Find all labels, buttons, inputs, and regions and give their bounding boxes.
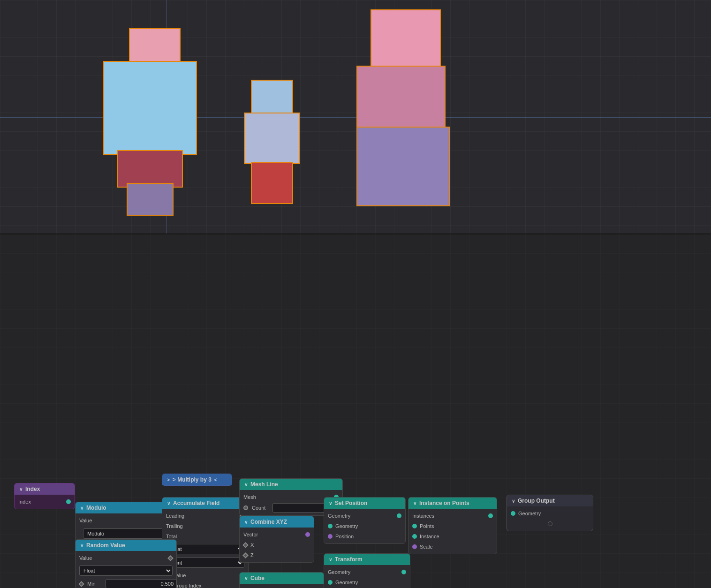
node-modulo-title: Modulo xyxy=(86,505,106,511)
accum-total-label: Total xyxy=(166,534,237,539)
node-instance-pts[interactable]: ∨ Instance on Points Instances Points In… xyxy=(408,497,497,554)
random-output-row: Value xyxy=(76,553,176,563)
random-output-socket[interactable] xyxy=(167,555,174,561)
node-cube-title: Cube xyxy=(250,575,265,581)
instpts-scale-label: Scale xyxy=(420,544,493,550)
transform-geom-out-socket[interactable] xyxy=(401,570,406,574)
transform-geom-in-label: Geometry xyxy=(335,580,406,585)
instpts-instances-label: Instances xyxy=(412,513,485,519)
random-output-label: Value xyxy=(79,555,166,561)
accum-type1-dropdown[interactable]: Float xyxy=(166,544,244,554)
node-meshline-title: Mesh Line xyxy=(250,481,278,488)
transform-geom-in-socket[interactable] xyxy=(328,580,333,585)
combine-x-input: X xyxy=(240,540,314,550)
node-transform-title: Transform xyxy=(335,556,363,563)
shape-left-mid xyxy=(117,150,183,188)
accum-trailing-label: Trailing xyxy=(166,523,237,529)
instpts-instances-output: Instances xyxy=(408,511,497,521)
combine-x-socket[interactable] xyxy=(242,542,249,548)
transform-geom-out-label: Geometry xyxy=(328,569,399,575)
instpts-scale-socket[interactable] xyxy=(412,544,417,549)
combine-x-label: X xyxy=(250,542,310,548)
shape-mid-top xyxy=(251,80,293,117)
combine-z-socket[interactable] xyxy=(242,552,249,558)
groupout-geom-socket[interactable] xyxy=(511,511,515,516)
instpts-points-label: Points xyxy=(420,523,493,529)
groupout-geom-input: Geometry xyxy=(507,508,593,519)
shape-mid-bottom xyxy=(251,162,293,204)
shape-left-top xyxy=(129,28,181,66)
shape-mid-main xyxy=(244,113,300,164)
node-index-title: Index xyxy=(25,486,40,492)
node-combinexyz-title: Combine XYZ xyxy=(250,519,287,525)
combine-vector-label: Vector xyxy=(243,532,303,537)
setpos-geom-input: Geometry xyxy=(324,521,405,531)
meshline-count-socket[interactable] xyxy=(243,505,248,510)
index-output-label: Index xyxy=(18,499,63,505)
setpos-geom-out-socket[interactable] xyxy=(397,513,401,518)
setpos-pos-socket[interactable] xyxy=(328,534,333,539)
node-instpts-title: Instance on Points xyxy=(419,500,469,506)
node-accum-title: Accumulate Field xyxy=(173,500,219,506)
node-transform[interactable]: ∨ Transform Geometry Geometry Translatio… xyxy=(324,553,410,588)
node-combinexyz[interactable]: ∨ Combine XYZ Vector X Z xyxy=(239,516,314,563)
instpts-instances-socket[interactable] xyxy=(488,513,493,518)
instpts-instance-socket[interactable] xyxy=(412,534,417,539)
node-index[interactable]: ∨ Index Index xyxy=(14,483,75,509)
node-group-output[interactable]: ∨ Group Output Geometry xyxy=(507,495,593,531)
node-cube-header: ∨ Cube xyxy=(240,573,324,584)
viewport[interactable] xyxy=(0,0,711,234)
cube-mesh-output: Mesh xyxy=(240,586,324,588)
random-min-field[interactable] xyxy=(106,579,177,588)
node-instpts-header: ∨ Instance on Points xyxy=(408,498,497,509)
node-combinexyz-header: ∨ Combine XYZ xyxy=(240,516,314,528)
node-setpos[interactable]: ∨ Set Position Geometry Geometry Positio… xyxy=(324,497,406,544)
random-min-row: Min xyxy=(76,578,176,588)
setpos-geom-out-label: Geometry xyxy=(328,513,394,519)
combine-vector-socket[interactable] xyxy=(305,532,310,537)
node-setpos-title: Set Position xyxy=(335,500,367,506)
setpos-geom-in-label: Geometry xyxy=(335,523,401,529)
node-groupout-title: Group Output xyxy=(518,498,555,504)
accum-leading-row: Leading xyxy=(162,511,248,521)
accum-type2-dropdown[interactable]: Point xyxy=(166,558,244,568)
modulo-input-label: Value xyxy=(79,518,166,523)
random-min-diamond[interactable] xyxy=(78,581,84,587)
shape-right-bottom xyxy=(356,127,450,206)
node-index-header: ∨ Index xyxy=(15,483,75,495)
node-cube[interactable]: ∨ Cube Mesh Size: X Y Z xyxy=(239,572,324,588)
setpos-pos-label: Position xyxy=(335,534,401,539)
shape-right-top xyxy=(371,9,441,70)
combine-vector-output: Vector xyxy=(240,529,314,540)
node-multiply[interactable]: > > Multiply by 3 < xyxy=(162,474,232,486)
instpts-scale-input: Scale xyxy=(408,542,497,552)
transform-geom-input: Geometry xyxy=(324,577,410,588)
instpts-points-socket[interactable] xyxy=(412,524,417,528)
node-random-header: ∨ Random Value xyxy=(76,540,176,551)
node-random[interactable]: ∨ Random Value Value Float Min Max xyxy=(75,539,177,588)
node-multiply-title: > Multiply by 3 xyxy=(173,476,212,483)
node-editor[interactable]: ∨ Index Index ∨ Modulo Value Modulo xyxy=(0,234,711,588)
index-output-row: Index xyxy=(15,497,75,507)
instpts-points-input: Points xyxy=(408,521,497,531)
node-accum-header: ∨ Accumulate Field xyxy=(162,498,248,509)
node-random-title: Random Value xyxy=(86,542,125,549)
node-meshline-header: ∨ Mesh Line xyxy=(240,479,342,490)
random-type-dropdown[interactable]: Float xyxy=(79,565,173,576)
groupout-empty-row xyxy=(507,519,593,529)
accum-value-label: Value xyxy=(173,573,244,578)
transform-geom-output: Geometry xyxy=(324,567,410,577)
combine-z-label: Z xyxy=(250,552,310,558)
meshline-mesh-label: Mesh xyxy=(243,494,331,500)
index-output-socket[interactable] xyxy=(66,499,71,504)
accum-leading-label: Leading xyxy=(166,513,237,519)
shape-right-mid xyxy=(356,66,446,131)
node-groupout-header: ∨ Group Output xyxy=(507,495,593,506)
setpos-pos-input: Position xyxy=(324,531,405,542)
combine-z-input: Z xyxy=(240,550,314,560)
node-transform-header: ∨ Transform xyxy=(324,554,410,565)
setpos-geom-output: Geometry xyxy=(324,511,405,521)
setpos-geom-in-socket[interactable] xyxy=(328,524,333,528)
shape-left-main xyxy=(103,61,197,155)
accum-trailing-row: Trailing xyxy=(162,521,248,531)
